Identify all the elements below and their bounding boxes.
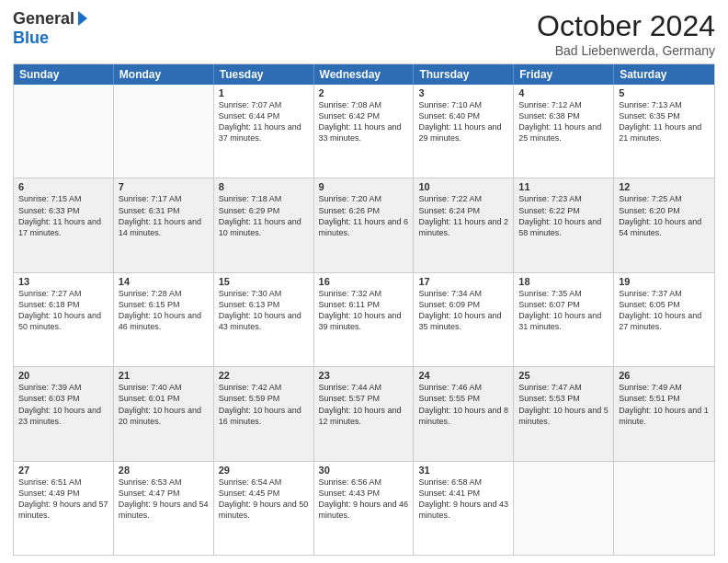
cell-info: Sunrise: 6:51 AM Sunset: 4:49 PM Dayligh… — [18, 477, 108, 522]
page-header: General Blue October 2024 Bad Liebenwerd… — [13, 9, 715, 58]
cell-info: Sunrise: 6:56 AM Sunset: 4:43 PM Dayligh… — [319, 477, 409, 522]
header-day-friday: Friday — [514, 64, 614, 85]
calendar-cell: 29Sunrise: 6:54 AM Sunset: 4:45 PM Dayli… — [214, 462, 314, 555]
calendar-cell: 16Sunrise: 7:32 AM Sunset: 6:11 PM Dayli… — [314, 273, 415, 366]
day-number: 7 — [119, 181, 209, 192]
month-title: October 2024 — [537, 9, 715, 43]
page-container: General Blue October 2024 Bad Liebenwerd… — [0, 0, 728, 563]
calendar-cell: 18Sunrise: 7:35 AM Sunset: 6:07 PM Dayli… — [514, 273, 614, 366]
cell-info: Sunrise: 7:46 AM Sunset: 5:55 PM Dayligh… — [418, 382, 508, 427]
calendar-cell: 4Sunrise: 7:12 AM Sunset: 6:38 PM Daylig… — [514, 85, 614, 178]
day-number: 25 — [518, 370, 609, 381]
day-number: 19 — [619, 276, 710, 287]
calendar-cell — [14, 85, 114, 178]
day-number: 21 — [119, 370, 209, 381]
calendar-week-5: 27Sunrise: 6:51 AM Sunset: 4:49 PM Dayli… — [14, 462, 714, 555]
calendar-cell: 27Sunrise: 6:51 AM Sunset: 4:49 PM Dayli… — [14, 462, 114, 555]
cell-info: Sunrise: 7:34 AM Sunset: 6:09 PM Dayligh… — [418, 288, 508, 333]
calendar-body: 1Sunrise: 7:07 AM Sunset: 6:44 PM Daylig… — [14, 85, 714, 555]
calendar-cell: 19Sunrise: 7:37 AM Sunset: 6:05 PM Dayli… — [614, 273, 714, 366]
logo: General Blue — [13, 9, 87, 48]
calendar-cell: 20Sunrise: 7:39 AM Sunset: 6:03 PM Dayli… — [14, 367, 114, 460]
calendar-cell — [614, 462, 714, 555]
calendar-week-2: 6Sunrise: 7:15 AM Sunset: 6:33 PM Daylig… — [14, 178, 714, 272]
cell-info: Sunrise: 7:28 AM Sunset: 6:15 PM Dayligh… — [119, 288, 209, 333]
cell-info: Sunrise: 7:42 AM Sunset: 5:59 PM Dayligh… — [219, 382, 309, 427]
calendar-cell: 22Sunrise: 7:42 AM Sunset: 5:59 PM Dayli… — [214, 367, 314, 460]
day-number: 13 — [18, 276, 108, 287]
cell-info: Sunrise: 7:17 AM Sunset: 6:31 PM Dayligh… — [119, 193, 209, 238]
calendar-cell: 24Sunrise: 7:46 AM Sunset: 5:55 PM Dayli… — [414, 367, 514, 460]
calendar-cell: 12Sunrise: 7:25 AM Sunset: 6:20 PM Dayli… — [614, 178, 714, 271]
day-number: 10 — [418, 181, 508, 192]
logo-blue: Blue — [13, 29, 49, 48]
cell-info: Sunrise: 7:10 AM Sunset: 6:40 PM Dayligh… — [418, 99, 508, 144]
cell-info: Sunrise: 7:39 AM Sunset: 6:03 PM Dayligh… — [18, 382, 108, 427]
calendar-cell: 7Sunrise: 7:17 AM Sunset: 6:31 PM Daylig… — [114, 178, 214, 271]
cell-info: Sunrise: 7:49 AM Sunset: 5:51 PM Dayligh… — [619, 382, 710, 427]
header-day-wednesday: Wednesday — [314, 64, 415, 85]
day-number: 22 — [219, 370, 309, 381]
cell-info: Sunrise: 6:58 AM Sunset: 4:41 PM Dayligh… — [418, 477, 508, 522]
title-area: October 2024 Bad Liebenwerda, Germany — [537, 9, 715, 58]
calendar-cell: 8Sunrise: 7:18 AM Sunset: 6:29 PM Daylig… — [214, 178, 314, 271]
calendar-cell: 1Sunrise: 7:07 AM Sunset: 6:44 PM Daylig… — [214, 85, 314, 178]
cell-info: Sunrise: 6:54 AM Sunset: 4:45 PM Dayligh… — [219, 477, 309, 522]
day-number: 30 — [319, 465, 409, 476]
day-number: 26 — [619, 370, 710, 381]
day-number: 3 — [418, 87, 508, 98]
cell-info: Sunrise: 7:44 AM Sunset: 5:57 PM Dayligh… — [319, 382, 409, 427]
calendar-cell: 26Sunrise: 7:49 AM Sunset: 5:51 PM Dayli… — [614, 367, 714, 460]
calendar-cell: 15Sunrise: 7:30 AM Sunset: 6:13 PM Dayli… — [214, 273, 314, 366]
cell-info: Sunrise: 7:47 AM Sunset: 5:53 PM Dayligh… — [518, 382, 609, 427]
day-number: 4 — [518, 87, 609, 98]
calendar-cell: 5Sunrise: 7:13 AM Sunset: 6:35 PM Daylig… — [614, 85, 714, 178]
day-number: 15 — [219, 276, 309, 287]
header-day-monday: Monday — [114, 64, 214, 85]
calendar-cell: 6Sunrise: 7:15 AM Sunset: 6:33 PM Daylig… — [14, 178, 114, 271]
day-number: 9 — [319, 181, 409, 192]
day-number: 17 — [418, 276, 508, 287]
calendar-week-1: 1Sunrise: 7:07 AM Sunset: 6:44 PM Daylig… — [14, 85, 714, 178]
calendar-cell — [514, 462, 614, 555]
day-number: 18 — [518, 276, 609, 287]
cell-info: Sunrise: 6:53 AM Sunset: 4:47 PM Dayligh… — [119, 477, 209, 522]
cell-info: Sunrise: 7:12 AM Sunset: 6:38 PM Dayligh… — [518, 99, 609, 144]
calendar-week-3: 13Sunrise: 7:27 AM Sunset: 6:18 PM Dayli… — [14, 273, 714, 367]
day-number: 14 — [119, 276, 209, 287]
day-number: 8 — [219, 181, 309, 192]
cell-info: Sunrise: 7:30 AM Sunset: 6:13 PM Dayligh… — [219, 288, 309, 333]
calendar-cell: 30Sunrise: 6:56 AM Sunset: 4:43 PM Dayli… — [314, 462, 415, 555]
cell-info: Sunrise: 7:25 AM Sunset: 6:20 PM Dayligh… — [619, 193, 710, 238]
day-number: 28 — [119, 465, 209, 476]
day-number: 23 — [319, 370, 409, 381]
cell-info: Sunrise: 7:20 AM Sunset: 6:26 PM Dayligh… — [319, 193, 409, 238]
calendar-header: SundayMondayTuesdayWednesdayThursdayFrid… — [14, 64, 714, 85]
cell-info: Sunrise: 7:18 AM Sunset: 6:29 PM Dayligh… — [219, 193, 309, 238]
cell-info: Sunrise: 7:27 AM Sunset: 6:18 PM Dayligh… — [18, 288, 108, 333]
calendar-cell: 11Sunrise: 7:23 AM Sunset: 6:22 PM Dayli… — [514, 178, 614, 271]
calendar-cell: 31Sunrise: 6:58 AM Sunset: 4:41 PM Dayli… — [414, 462, 514, 555]
calendar-cell: 28Sunrise: 6:53 AM Sunset: 4:47 PM Dayli… — [114, 462, 214, 555]
cell-info: Sunrise: 7:32 AM Sunset: 6:11 PM Dayligh… — [319, 288, 409, 333]
calendar-cell: 25Sunrise: 7:47 AM Sunset: 5:53 PM Dayli… — [514, 367, 614, 460]
day-number: 6 — [18, 181, 108, 192]
cell-info: Sunrise: 7:37 AM Sunset: 6:05 PM Dayligh… — [619, 288, 710, 333]
day-number: 12 — [619, 181, 710, 192]
calendar: SundayMondayTuesdayWednesdayThursdayFrid… — [13, 63, 715, 556]
day-number: 2 — [319, 87, 409, 98]
header-day-tuesday: Tuesday — [214, 64, 314, 85]
calendar-cell: 14Sunrise: 7:28 AM Sunset: 6:15 PM Dayli… — [114, 273, 214, 366]
cell-info: Sunrise: 7:15 AM Sunset: 6:33 PM Dayligh… — [18, 193, 108, 238]
logo-arrow-icon — [78, 11, 87, 26]
cell-info: Sunrise: 7:35 AM Sunset: 6:07 PM Dayligh… — [518, 288, 609, 333]
cell-info: Sunrise: 7:07 AM Sunset: 6:44 PM Dayligh… — [219, 99, 309, 144]
calendar-cell: 3Sunrise: 7:10 AM Sunset: 6:40 PM Daylig… — [414, 85, 514, 178]
cell-info: Sunrise: 7:08 AM Sunset: 6:42 PM Dayligh… — [319, 99, 409, 144]
calendar-cell: 13Sunrise: 7:27 AM Sunset: 6:18 PM Dayli… — [14, 273, 114, 366]
location: Bad Liebenwerda, Germany — [537, 43, 715, 58]
cell-info: Sunrise: 7:22 AM Sunset: 6:24 PM Dayligh… — [418, 193, 508, 238]
day-number: 5 — [619, 87, 710, 98]
day-number: 11 — [518, 181, 609, 192]
day-number: 24 — [418, 370, 508, 381]
